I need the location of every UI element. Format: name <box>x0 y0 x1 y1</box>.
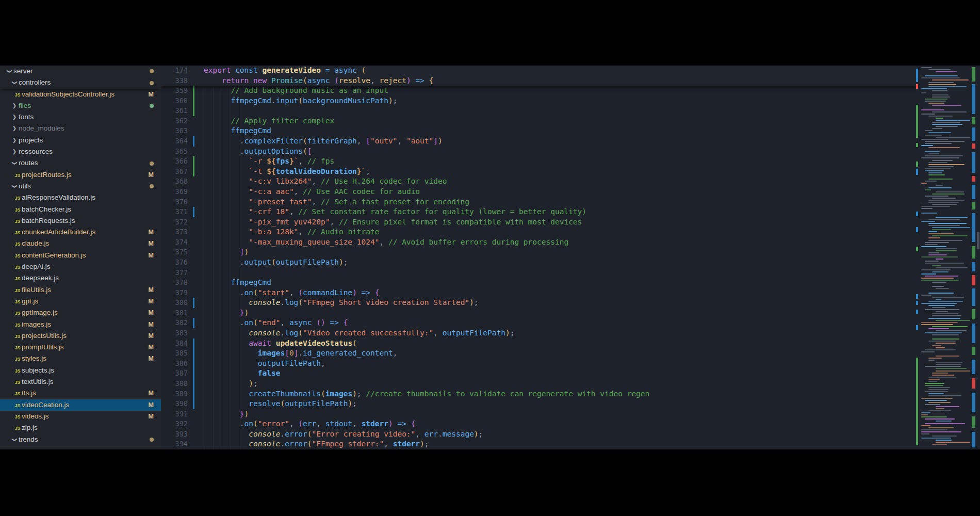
line-number: 394 <box>161 439 188 449</box>
gutter-added-marker <box>193 96 194 106</box>
code-line-383[interactable]: 383 console.log("Video created successfu… <box>161 328 916 338</box>
javascript-file-icon: JS <box>13 89 22 101</box>
code-line-380[interactable]: 380 console.log("FFmpeg Short video crea… <box>161 298 916 308</box>
code-text: .on("end", async () => { <box>204 318 348 328</box>
tree-file-fileutils-js[interactable]: JSfileUtils.jsM <box>0 284 161 296</box>
tree-folder-server[interactable]: ❯server <box>0 66 161 77</box>
code-line-374[interactable]: 374 "-max_muxing_queue_size 1024", // Av… <box>161 237 916 248</box>
tree-folder-projects[interactable]: ❯projects <box>0 135 161 146</box>
file-tree-sticky: ❯server❯controllers <box>0 66 161 89</box>
tree-file-tts-js[interactable]: JStts.jsM <box>0 388 161 399</box>
code-line-373[interactable]: 373 "-b:a 128k", // Audio bitrate <box>161 227 916 237</box>
code-line-385[interactable]: 385 images[0].id_generated_content, <box>161 348 916 359</box>
tree-folder-utils[interactable]: ❯utils <box>0 181 161 192</box>
tree-file-styles-js[interactable]: JSstyles.jsM <box>0 353 161 364</box>
code-text: images[0].id_generated_content, <box>204 348 397 359</box>
code-line-369[interactable]: 369 "-c:a aac", // Use AAC codec for aud… <box>161 187 916 197</box>
tree-file-images-js[interactable]: JSimages.jsM <box>0 319 161 330</box>
code-text: "-crf 18", // Set constant rate factor f… <box>204 207 586 217</box>
code-line-382[interactable]: 382 .on("end", async () => { <box>161 318 916 328</box>
tree-file-videos-js[interactable]: JSvideos.jsM <box>0 411 161 422</box>
code-line-359[interactable]: 359 // Add background music as an input <box>161 86 916 96</box>
tree-folder-routes[interactable]: ❯routes <box>0 157 161 169</box>
gutter-modified-marker <box>193 298 194 308</box>
code-line-384[interactable]: 384 await updateVideoStatus( <box>161 338 916 349</box>
tree-file-gpt-js[interactable]: JSgpt.jsM <box>0 296 161 307</box>
code-line-174[interactable]: 174export const generateVideo = async ( <box>161 66 916 76</box>
chevron-right-icon: ❯ <box>10 135 19 146</box>
code-text: resolve(outputFilePath); <box>204 399 357 409</box>
tree-file-airesponsevalidation-js[interactable]: JSaiResponseValidation.js <box>0 192 161 203</box>
scrollbar-thumb[interactable] <box>977 232 979 249</box>
code-line-364[interactable]: 364 .complexFilter(filterGraph, ["outv",… <box>161 136 916 147</box>
code-line-360[interactable]: 360 ffmpegCmd.input(backgroundMusicPath)… <box>161 96 916 106</box>
tree-file-chunkedarticlebuilder-js[interactable]: JSchunkedArticleBuilder.jsM <box>0 227 161 238</box>
code-text: "-c:v libx264", // Use H.264 codec for v… <box>204 176 447 187</box>
code-text: ffmpegCmd.input(backgroundMusicPath); <box>204 96 397 106</box>
code-line-377[interactable]: 377 <box>161 268 916 278</box>
tree-folder-trends[interactable]: ❯trends <box>0 434 161 445</box>
code-text: }) <box>204 409 249 420</box>
code-line-367[interactable]: 367 `-t ${totalVideoDuration}`, <box>161 167 916 177</box>
tree-file-deepai-js[interactable]: JSdeepAi.js <box>0 261 161 272</box>
tree-folder-node-modules[interactable]: ❯node_modules <box>0 123 161 134</box>
tree-file-subjects-js[interactable]: JSsubjects.js <box>0 365 161 376</box>
javascript-file-icon: JS <box>13 273 22 284</box>
code-line-338[interactable]: 338 return new Promise(async (resolve, r… <box>161 76 916 86</box>
tree-folder-controllers[interactable]: ❯controllers <box>0 77 161 88</box>
tree-folder-ressources[interactable]: ❯ressources <box>0 146 161 157</box>
code-line-363[interactable]: 363 ffmpegCmd <box>161 126 916 136</box>
line-number: 391 <box>161 409 188 420</box>
code-line-376[interactable]: 376 .output(outputFilePath); <box>161 257 916 268</box>
tree-file-gptimage-js[interactable]: JSgptImage.jsM <box>0 307 161 318</box>
code-line-394[interactable]: 394 console.error("FFmpeg stderr:", stde… <box>161 439 916 449</box>
git-status-dot <box>150 77 154 88</box>
code-line-388[interactable]: 388 ); <box>161 379 916 389</box>
tree-file-batchchecker-js[interactable]: JSbatchChecker.js <box>0 204 161 215</box>
tree-folder-fonts[interactable]: ❯fonts <box>0 111 161 123</box>
editor-scrollbar[interactable] <box>976 66 980 449</box>
tree-file-batchrequests-js[interactable]: JSbatchRequests.js <box>0 215 161 227</box>
code-line-362[interactable]: 362 // Apply filter complex <box>161 116 916 126</box>
code-line-375[interactable]: 375 ]) <box>161 247 916 257</box>
tree-file-contentgeneration-js[interactable]: JScontentGeneration.jsM <box>0 250 161 261</box>
code-line-379[interactable]: 379 .on("start", (commandLine) => { <box>161 288 916 298</box>
tree-file-projectroutes-js[interactable]: JSprojectRoutes.jsM <box>0 169 161 181</box>
tree-file-zip-js[interactable]: JSzip.js <box>0 422 161 433</box>
code-line-392[interactable]: 392 .on("error", (err, stdout, stderr) =… <box>161 419 916 429</box>
code-line-366[interactable]: 366 `-r ${fps}`, // fps <box>161 156 916 167</box>
tree-file-videoceation-js[interactable]: JSvideoCeation.jsM <box>0 399 161 411</box>
tree-folder-files[interactable]: ❯files <box>0 100 161 111</box>
git-modified-badge: M <box>149 330 154 342</box>
code-text: console.log("FFmpeg Short video creation… <box>204 298 479 308</box>
code-line-390[interactable]: 390 resolve(outputFilePath); <box>161 399 916 409</box>
code-line-365[interactable]: 365 .outputOptions([ <box>161 147 916 157</box>
javascript-file-icon: JS <box>13 377 22 388</box>
git-modified-badge: M <box>149 89 154 100</box>
code-line-372[interactable]: 372 "-pix_fmt yuv420p", // Ensure pixel … <box>161 217 916 228</box>
tree-file-validationsubjectscontroller-js[interactable]: JSvalidationSubjectsController.jsM <box>0 89 161 100</box>
code-line-381[interactable]: 381 }) <box>161 308 916 318</box>
code-line-368[interactable]: 368 "-c:v libx264", // Use H.264 codec f… <box>161 176 916 187</box>
code-editor[interactable]: 174export const generateVideo = async (3… <box>161 66 916 449</box>
code-line-389[interactable]: 389 createThumbnails(images); //create t… <box>161 389 916 399</box>
line-number: 388 <box>161 379 188 389</box>
code-line-361[interactable]: 361 <box>161 106 916 116</box>
code-line-371[interactable]: 371 "-crf 18", // Set constant rate fact… <box>161 207 916 217</box>
code-line-393[interactable]: 393 console.error("Error creating video:… <box>161 429 916 440</box>
tree-file-claude-js[interactable]: JSclaude.jsM <box>0 238 161 249</box>
code-text: ); <box>204 379 258 389</box>
tree-file-projectsutils-js[interactable]: JSprojectsUtils.jsM <box>0 330 161 342</box>
chevron-down-icon: ❯ <box>9 159 20 168</box>
code-line-387[interactable]: 387 false <box>161 368 916 379</box>
tree-file-textutils-js[interactable]: JStextUtils.js <box>0 376 161 388</box>
code-line-378[interactable]: 378 ffmpegCmd <box>161 278 916 288</box>
gutter-added-marker <box>193 156 194 167</box>
tree-file-promptutils-js[interactable]: JSpromptUtils.jsM <box>0 342 161 353</box>
git-modified-badge: M <box>149 169 154 181</box>
code-line-391[interactable]: 391 }) <box>161 409 916 420</box>
minimap[interactable] <box>916 66 976 449</box>
tree-file-deepseek-js[interactable]: JSdeepseek.js <box>0 272 161 284</box>
code-line-386[interactable]: 386 outputFilePath, <box>161 359 916 369</box>
code-line-370[interactable]: 370 "-preset fast", // Set a fast preset… <box>161 197 916 207</box>
